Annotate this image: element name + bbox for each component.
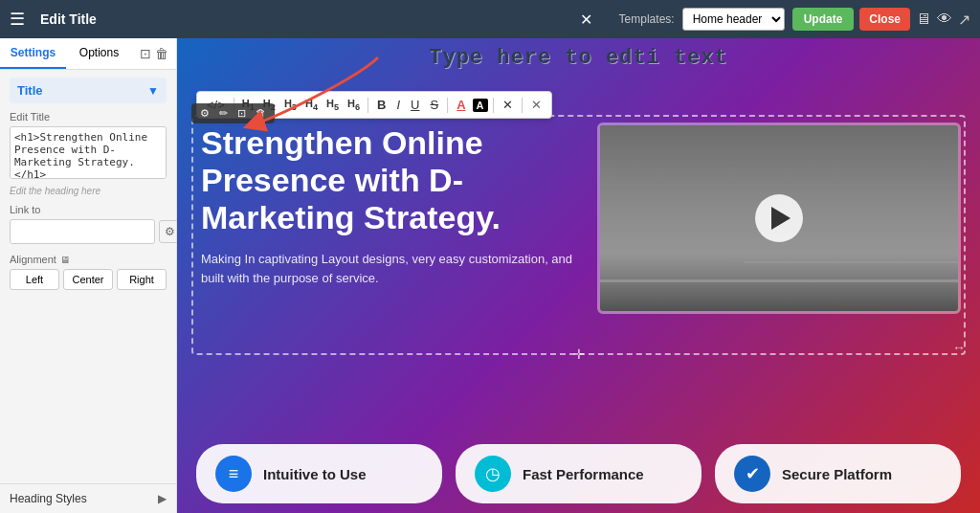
toolbar-h4-button[interactable]: H4 [302, 96, 321, 114]
toolbar-sep-5 [522, 98, 523, 113]
panel-tab-actions: ⊡ 🗑 [132, 38, 176, 69]
tab-settings[interactable]: Settings [0, 38, 66, 69]
heading-styles-arrow: ▶ [158, 492, 167, 505]
feature-label-1: Fast Performance [523, 466, 644, 482]
toolbar-sep-3 [447, 98, 448, 113]
edit-title-textarea[interactable]: <h1>Strengthen Online Presence with D-Ma… [10, 126, 167, 179]
toolbar-h6-button[interactable]: H6 [345, 96, 363, 114]
feature-icon-intuitive: ≡ [215, 456, 252, 492]
toolbar-close-button[interactable]: ✕ [527, 96, 546, 114]
align-right-button[interactable]: Right [117, 269, 167, 290]
toolbar-underline-button[interactable]: U [407, 96, 423, 114]
section-header[interactable]: Title ▼ [10, 78, 167, 103]
panel-section-title: Title ▼ Edit Title <h1>Strengthen Online… [0, 70, 176, 298]
feature-card-2[interactable]: ✔ Secure Platform [715, 444, 961, 503]
copy-icon-button[interactable]: ⊡ [140, 46, 151, 61]
feature-label-0: Intuitive to Use [263, 466, 367, 482]
feature-icon-performance: ◷ [475, 456, 511, 492]
toolbar-h3-button[interactable]: H3 [281, 96, 300, 114]
section-header-label: Title [17, 83, 43, 98]
panel-title: Edit Title [40, 11, 572, 27]
toolbar-sep-4 [493, 98, 494, 113]
panel-tabs: Settings Options ⊡ 🗑 [0, 38, 176, 70]
link-input-row: ⚙ [10, 219, 167, 244]
heading-styles-label: Heading Styles [10, 492, 87, 505]
right-content: Type here to edti text </> H1 H2 H3 H4 H… [177, 38, 980, 513]
templates-label: Templates: [619, 12, 675, 26]
update-button[interactable]: Update [792, 8, 855, 31]
templates-select[interactable]: Home header [682, 8, 785, 31]
tab-options[interactable]: Options [66, 38, 132, 69]
toolbar-bold-button[interactable]: B [373, 96, 390, 114]
panel-close-button[interactable]: ✕ [580, 11, 592, 29]
link-input[interactable] [10, 219, 155, 244]
feature-label-2: Secure Platform [782, 466, 892, 482]
share-icon[interactable]: ↗ [958, 11, 970, 29]
edit-title-hint: Edit the heading here [10, 186, 167, 196]
align-left-button[interactable]: Left [10, 269, 59, 290]
mini-toolbar: ⚙ ✏ ⊡ 🗑 [191, 103, 275, 123]
play-triangle-icon [771, 207, 791, 230]
play-button[interactable] [755, 194, 803, 242]
toolbar-sep-2 [368, 98, 368, 113]
alignment-label: Alignment 🖥 [10, 254, 167, 265]
heading-styles-row[interactable]: Heading Styles ▶ [0, 483, 176, 513]
align-center-button[interactable]: Center [63, 269, 113, 290]
hero-content: Strengthen Online Presence with D-Market… [201, 124, 578, 287]
eye-icon[interactable]: 👁 [937, 11, 952, 28]
toolbar-strikethrough-button[interactable]: S [426, 96, 442, 114]
main-layout: Settings Options ⊡ 🗑 Title ▼ Edit Title … [0, 38, 980, 513]
toolbar-italic-button[interactable]: I [392, 96, 404, 114]
left-panel: Settings Options ⊡ 🗑 Title ▼ Edit Title … [0, 38, 177, 513]
top-bar-right: Update Close 🖥 👁 ↗ [792, 8, 970, 31]
feature-card-1[interactable]: ◷ Fast Performance [456, 444, 702, 503]
resize-handle[interactable]: ↔ [952, 340, 966, 355]
toolbar-h5-button[interactable]: H5 [323, 96, 342, 114]
alignment-buttons: Left Center Right [10, 269, 167, 290]
toolbar-font-color-button[interactable]: A [453, 96, 469, 114]
hero-subtitle: Making In captivating Layout designs, ve… [201, 250, 578, 287]
close-button[interactable]: Close [859, 8, 910, 31]
hero-title[interactable]: Strengthen Online Presence with D-Market… [201, 124, 578, 236]
mini-tb-delete-icon[interactable]: 🗑 [253, 106, 269, 121]
toolbar-clear-button[interactable]: ✕ [499, 96, 517, 114]
mini-tb-settings-icon[interactable]: ⚙ [197, 106, 212, 121]
section-header-arrow: ▼ [147, 84, 159, 98]
feature-icon-secure: ✔ [734, 456, 770, 492]
video-overlay[interactable] [600, 125, 958, 311]
link-label: Link to [10, 204, 167, 215]
video-thumbnail[interactable] [597, 123, 961, 314]
top-bar: ☰ Edit Title ✕ Templates: Home header Up… [0, 0, 980, 38]
feature-cards: ≡ Intuitive to Use ◷ Fast Performance ✔ … [196, 444, 961, 503]
edit-title-label: Edit Title [10, 111, 167, 123]
delete-icon-button[interactable]: 🗑 [155, 46, 168, 61]
feature-card-0[interactable]: ≡ Intuitive to Use [196, 444, 442, 503]
mini-tb-copy-icon[interactable]: ⊡ [234, 106, 249, 121]
toolbar-font-bg-button[interactable]: A [473, 99, 488, 112]
hamburger-icon[interactable]: ☰ [10, 9, 25, 30]
monitor-icon[interactable]: 🖥 [916, 11, 931, 28]
center-handle[interactable]: ✛ [573, 346, 585, 362]
mini-tb-edit-icon[interactable]: ✏ [216, 106, 231, 121]
